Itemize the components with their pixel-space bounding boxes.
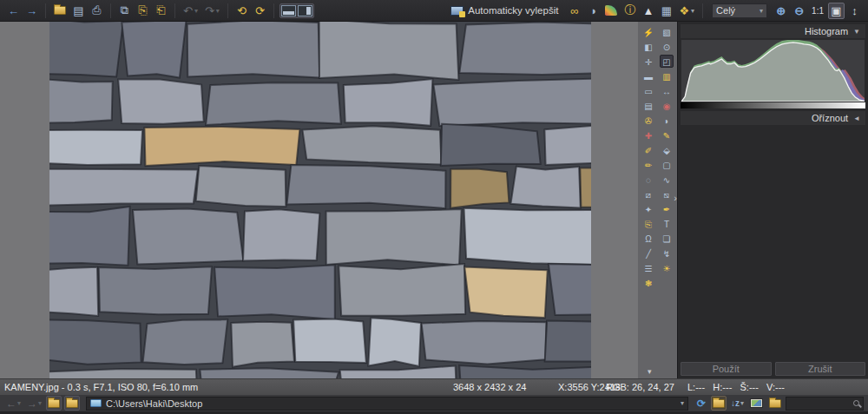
favorites-folder-glyph xyxy=(713,399,725,408)
paste-icon[interactable]: ⎘ xyxy=(135,3,151,19)
gradient-map-icon[interactable] xyxy=(602,3,620,19)
red-eye-tool-icon[interactable]: ◉ xyxy=(660,99,674,112)
batch-dropdown-icon: ▾ xyxy=(691,7,694,15)
binoculars-icon[interactable]: ∞ xyxy=(566,3,582,19)
top-toolbar: ← → ▤ ⎙ ⧉ ⎘ ⎗ ↶▾ ↷▾ ⟲ ⟳ Automaticky vyle… xyxy=(0,0,868,22)
lamp-info-icon[interactable]: ⓘ xyxy=(621,3,638,19)
rotate-right-icon[interactable]: ⟳ xyxy=(252,3,268,19)
crop-header[interactable]: Oříznout ◄ xyxy=(681,111,865,125)
select-subtract-tool-icon[interactable]: ⧅ xyxy=(660,187,674,200)
magic-wand-tool-icon[interactable]: ✦ xyxy=(641,202,655,215)
folder-up-icon[interactable] xyxy=(46,396,62,411)
rainbow-glyph xyxy=(605,5,617,16)
lasso-tool-icon[interactable]: ∿ xyxy=(660,173,674,186)
search-box[interactable] xyxy=(786,397,864,411)
retouch-tool-icon[interactable]: ✚ xyxy=(641,128,655,141)
save-icon[interactable]: ▤ xyxy=(70,3,87,19)
nav-back-icon[interactable]: ←▾ xyxy=(4,396,23,411)
edit-document-icon[interactable]: ▥ xyxy=(660,69,674,82)
refresh-icon[interactable]: ⟳ xyxy=(694,396,708,411)
shapes-tool-icon[interactable]: ❏ xyxy=(660,232,674,245)
selection-info: L:--- H:--- Š:--- V:--- xyxy=(687,382,785,392)
canvas-tool-icon[interactable]: ▭ xyxy=(641,84,655,97)
polygon-select-tool-icon[interactable]: ✒ xyxy=(660,202,674,215)
symbol-tool-icon[interactable]: Ω xyxy=(641,232,655,245)
clone-stamp-tool-icon[interactable]: ✇ xyxy=(641,114,655,127)
address-bar[interactable]: C:\Users\Haki\Desktop ▾ xyxy=(86,397,688,411)
thumbnail-view-icon[interactable] xyxy=(748,396,765,411)
redo-icon[interactable]: ↷▾ xyxy=(202,3,222,19)
smoothing-tool-icon[interactable]: ◗ xyxy=(660,114,674,127)
quick-fix-icon[interactable]: ◑ xyxy=(584,3,601,19)
nav-forward-icon[interactable]: →▾ xyxy=(25,396,43,411)
auto-enhance-label: Automaticky vylepšit xyxy=(464,5,562,16)
paste-object-tool-icon[interactable]: ⎘ xyxy=(641,217,655,230)
tool-strip-grid: ⚡▧◧⊙✛◰▬▥▭↔▤◉✇◗✚✎✐⬙✏▢◌∿⧄⧅✦✒⎘TΩ❏╱↯☰☀❃ xyxy=(638,25,677,289)
forward-icon[interactable]: → xyxy=(23,3,40,19)
select-add-tool-icon[interactable]: ⧄ xyxy=(641,187,655,200)
quick-edits-icon[interactable]: ▧ xyxy=(660,25,674,38)
open-folder-icon[interactable] xyxy=(51,3,69,19)
flash-effect-tool-icon[interactable]: ↯ xyxy=(660,246,674,260)
print-icon[interactable]: ⎙ xyxy=(89,3,105,19)
zoom-tool-icon[interactable]: ⊙ xyxy=(660,40,674,53)
text-tool-icon[interactable]: T xyxy=(660,217,674,230)
view-split-icon[interactable] xyxy=(298,5,312,16)
main-area: ⚡▧◧⊙✛◰▬▥▭↔▤◉✇◗✚✎✐⬙✏▢◌∿⧄⧅✦✒⎘TΩ❏╱↯☰☀❃ ▾ › … xyxy=(0,22,868,378)
right-panel: Histogram ▼ Oříznout ◄ Použít Zrušit xyxy=(677,22,868,378)
undo-icon[interactable]: ↶▾ xyxy=(181,3,201,19)
nav-back-dropdown-icon: ▾ xyxy=(17,399,21,407)
grid-tool-icon[interactable]: ☰ xyxy=(641,261,655,274)
fill-tool-icon[interactable]: ⬙ xyxy=(660,143,674,156)
view-filmstrip-icon[interactable] xyxy=(281,5,296,16)
rotate-left-icon[interactable]: ⟲ xyxy=(233,3,250,19)
zoom-actual-size-button[interactable]: 1:1 xyxy=(809,3,826,19)
levels-icon[interactable]: ◧ xyxy=(641,40,655,53)
crop-tool-icon[interactable]: ◰ xyxy=(660,55,674,68)
folder-up-glyph xyxy=(48,399,60,408)
quick-enhance-icon[interactable]: ⚡ xyxy=(641,25,655,38)
panel-buttons: Použít Zrušit xyxy=(681,362,865,376)
photo-canvas[interactable] xyxy=(49,22,591,378)
crop-header-label: Oříznout xyxy=(812,113,848,123)
frame-tool-icon[interactable]: ▤ xyxy=(641,99,655,112)
levels-dialog-icon[interactable]: ▦ xyxy=(658,3,674,19)
horizon-tool-icon[interactable]: ▬ xyxy=(641,69,655,82)
swirl-tool-icon[interactable]: ❃ xyxy=(641,276,655,289)
ellipse-select-tool-icon[interactable]: ◌ xyxy=(641,173,655,186)
auto-enhance-button[interactable]: Automaticky vylepšit xyxy=(448,3,564,19)
undo-dropdown-icon: ▾ xyxy=(194,7,198,15)
sun-effect-tool-icon[interactable]: ☀ xyxy=(660,261,674,274)
resize-tool-icon[interactable]: ↔ xyxy=(660,84,674,97)
pencil-tool-icon[interactable]: ✏ xyxy=(641,158,655,171)
pan-tool-icon[interactable]: ✛ xyxy=(641,55,655,68)
cancel-button[interactable]: Zrušit xyxy=(775,362,866,376)
search-input[interactable] xyxy=(790,398,849,409)
healing-brush-tool-icon[interactable]: ✎ xyxy=(660,128,674,141)
copy-icon[interactable]: ⧉ xyxy=(116,3,133,19)
apply-button[interactable]: Použít xyxy=(681,362,772,376)
zoom-in-icon[interactable]: ⊕ xyxy=(773,3,789,19)
image-viewer[interactable] xyxy=(0,22,638,378)
new-folder-icon[interactable] xyxy=(767,396,783,411)
paste-special-icon[interactable]: ⎗ xyxy=(153,3,169,19)
histogram-header[interactable]: Histogram ▼ xyxy=(681,24,865,38)
batch-operations-icon[interactable]: ❖▾ xyxy=(676,3,697,19)
brush-tool-icon[interactable]: ✐ xyxy=(641,143,655,156)
browse-folder-icon[interactable] xyxy=(64,396,80,411)
rect-select-tool-icon[interactable]: ▢ xyxy=(660,158,674,171)
tool-strip-overflow-icon[interactable]: ▾ xyxy=(648,367,652,376)
zoom-level-select[interactable]: Celý ▾ xyxy=(712,3,767,18)
fit-to-screen-icon[interactable]: ▣ xyxy=(828,3,845,19)
zoom-out-icon[interactable]: ⊖ xyxy=(791,3,807,19)
sort-icon[interactable]: ↓z▾ xyxy=(729,396,746,411)
favorites-folder-icon[interactable] xyxy=(711,396,727,411)
fit-height-icon[interactable]: ↕ xyxy=(846,3,863,19)
separator xyxy=(174,3,175,18)
address-dropdown-icon[interactable]: ▾ xyxy=(681,399,684,407)
back-icon[interactable]: ← xyxy=(5,3,22,19)
histogram-toggle-icon[interactable]: ▲ xyxy=(640,3,656,19)
line-tool-icon[interactable]: ╱ xyxy=(641,246,655,260)
histogram-luminance xyxy=(681,43,865,102)
browse-folder-glyph xyxy=(66,399,78,408)
